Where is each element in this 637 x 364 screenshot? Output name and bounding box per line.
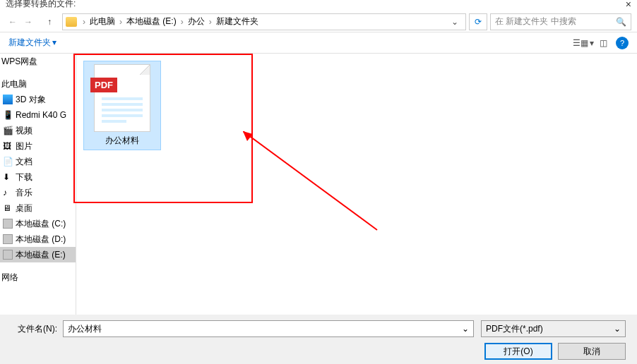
pictures-icon: 🖼 (3, 141, 13, 151)
back-arrow-icon: ← (6, 15, 20, 29)
sidebar-item-music[interactable]: ♪音乐 (0, 185, 76, 200)
disk-icon (3, 234, 13, 244)
breadcrumb: › 此电脑 › 本地磁盘 (E:) › 办公 › 新建文件夹 (81, 16, 261, 28)
3d-objects-icon (3, 95, 13, 104)
music-icon: ♪ (3, 188, 13, 198)
refresh-button[interactable]: ⟳ (469, 13, 487, 30)
folder-icon (66, 17, 77, 27)
titlebar: 选择要转换的文件: × (0, 0, 637, 7)
search-placeholder: 在 新建文件夹 中搜索 (495, 16, 576, 28)
sidebar-item-videos[interactable]: 🎬视频 (0, 123, 76, 138)
path-dropdown-icon[interactable]: ⌄ (447, 17, 463, 27)
disk-icon (3, 250, 13, 260)
file-list[interactable]: PDF 办公材料 (76, 54, 637, 315)
sidebar-item-disk-c[interactable]: 本地磁盘 (C:) (0, 216, 76, 231)
svg-marker-1 (243, 131, 253, 141)
sidebar-item-3d[interactable]: 3D 对象 (0, 92, 76, 107)
breadcrumb-item[interactable]: 此电脑 (87, 16, 118, 28)
window-title: 选择要转换的文件: (6, 0, 76, 10)
chevron-down-icon: ⌄ (614, 324, 621, 334)
up-arrow-icon[interactable]: ↑ (42, 15, 56, 29)
search-input[interactable]: 在 新建文件夹 中搜索 🔍 (490, 13, 631, 30)
sidebar: WPS网盘 此电脑 3D 对象 📱Redmi K40 G 🎬视频 🖼图片 📄文档… (0, 54, 76, 315)
filename-value: 办公材料 (68, 323, 102, 335)
filetype-select[interactable]: PDF文件(*.pdf) ⌄ (481, 320, 626, 337)
sidebar-header-network[interactable]: 网络 (0, 269, 76, 285)
chevron-down-icon[interactable]: ⌄ (462, 324, 469, 334)
sidebar-item-pictures[interactable]: 🖼图片 (0, 138, 76, 154)
help-button[interactable]: ? (616, 37, 629, 49)
chevron-right-icon[interactable]: › (208, 17, 213, 27)
breadcrumb-item[interactable]: 办公 (185, 16, 208, 28)
filename-label: 文件名(N): (11, 323, 57, 335)
annotation-arrow (243, 131, 384, 237)
pdf-badge: PDF (90, 78, 117, 92)
view-icon: ☰▦ (573, 38, 588, 48)
chevron-down-icon: ▾ (52, 37, 56, 47)
search-icon: 🔍 (616, 17, 626, 27)
sidebar-item-disk-e[interactable]: 本地磁盘 (E:) (0, 247, 76, 262)
breadcrumb-item[interactable]: 新建文件夹 (213, 16, 261, 28)
address-bar[interactable]: › 此电脑 › 本地磁盘 (E:) › 办公 › 新建文件夹 ⌄ (62, 13, 466, 30)
chevron-right-icon[interactable]: › (179, 17, 185, 27)
disk-icon (3, 219, 13, 229)
file-item-pdf[interactable]: PDF 办公材料 (83, 61, 161, 150)
documents-icon: 📄 (3, 157, 13, 166)
downloads-icon: ⬇ (3, 172, 13, 182)
footer: 文件名(N): 办公材料 ⌄ PDF文件(*.pdf) ⌄ 打开(O) 取消 (0, 315, 637, 364)
chevron-down-icon: ▾ (590, 38, 594, 48)
refresh-icon: ⟳ (475, 17, 482, 27)
view-mode-button[interactable]: ☰▦ ▾ (576, 36, 590, 50)
new-folder-button[interactable]: 新建文件夹▾ (8, 37, 56, 49)
desktop-icon: 🖥 (3, 203, 13, 213)
videos-icon: 🎬 (3, 126, 13, 135)
preview-pane-button[interactable]: ◫ (596, 36, 610, 50)
sidebar-item-documents[interactable]: 📄文档 (0, 154, 76, 169)
chevron-right-icon[interactable]: › (81, 17, 87, 27)
main-area: WPS网盘 此电脑 3D 对象 📱Redmi K40 G 🎬视频 🖼图片 📄文档… (0, 54, 637, 315)
file-name-label: 办公材料 (87, 135, 157, 147)
svg-line-0 (243, 131, 377, 230)
sidebar-item-desktop[interactable]: 🖥桌面 (0, 200, 76, 216)
navbar: ← → ↑ › 此电脑 › 本地磁盘 (E:) › 办公 › 新建文件夹 ⌄ ⟳… (0, 11, 637, 32)
toolbar: 新建文件夹▾ ☰▦ ▾ ◫ ? (0, 32, 637, 54)
open-button[interactable]: 打开(O) (484, 343, 552, 360)
sidebar-header-thispc[interactable]: 此电脑 (0, 76, 76, 92)
sidebar-item-phone[interactable]: 📱Redmi K40 G (0, 107, 76, 123)
filename-input[interactable]: 办公材料 ⌄ (63, 320, 474, 337)
forward-arrow-icon: → (21, 15, 35, 29)
filetype-value: PDF文件(*.pdf) (486, 323, 543, 335)
sidebar-item-downloads[interactable]: ⬇下载 (0, 169, 76, 185)
cancel-button[interactable]: 取消 (558, 343, 626, 360)
sidebar-header-wps[interactable]: WPS网盘 (0, 54, 76, 69)
close-icon[interactable]: × (626, 0, 631, 10)
breadcrumb-item[interactable]: 本地磁盘 (E:) (124, 16, 179, 28)
phone-icon: 📱 (3, 110, 13, 120)
sidebar-item-disk-d[interactable]: 本地磁盘 (D:) (0, 231, 76, 247)
chevron-right-icon[interactable]: › (118, 17, 124, 27)
preview-icon: ◫ (600, 38, 607, 48)
pdf-file-icon: PDF (94, 64, 150, 132)
